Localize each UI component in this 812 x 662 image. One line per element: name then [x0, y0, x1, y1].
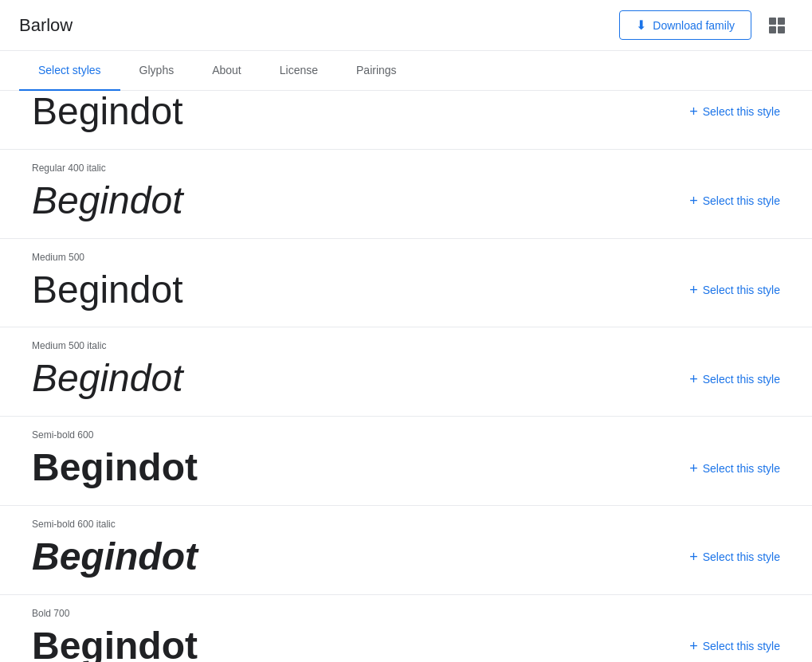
style-preview-medium-500-italic: Begindot [32, 358, 183, 400]
select-style-button-regular-400[interactable]: + Select this style [689, 101, 780, 122]
style-content: Begindot + Select this style [32, 91, 780, 133]
select-style-button-medium-500-italic[interactable]: + Select this style [689, 369, 780, 390]
style-row-semi-bold-600: Semi-bold 600 Begindot + Select this sty… [0, 417, 812, 506]
style-preview-medium-500: Begindot [32, 269, 183, 311]
style-label-semi-bold-600-italic: Semi-bold 600 italic [32, 519, 780, 530]
download-family-button[interactable]: ⬇ Download family [619, 10, 751, 40]
grid-view-button[interactable] [761, 10, 793, 41]
style-content: Begindot + Select this style [32, 180, 780, 222]
style-content: Begindot + Select this style [32, 269, 780, 311]
select-style-label: Select this style [703, 550, 780, 563]
plus-icon: + [689, 104, 698, 119]
style-label-medium-500: Medium 500 [32, 252, 780, 263]
select-style-button-medium-500[interactable]: + Select this style [689, 280, 780, 300]
select-style-button-semi-bold-600[interactable]: + Select this style [689, 458, 780, 479]
header: Barlow ⬇ Download family [0, 0, 812, 51]
select-style-button-regular-400-italic[interactable]: + Select this style [689, 190, 780, 211]
style-content: Begindot + Select this style [32, 447, 780, 489]
style-row-semi-bold-600-italic: Semi-bold 600 italic Begindot + Select t… [0, 506, 812, 595]
select-style-label: Select this style [703, 462, 780, 475]
plus-icon: + [689, 550, 698, 564]
style-row-partial: Begindot + Select this style [0, 91, 812, 150]
tab-select-styles[interactable]: Select styles [19, 51, 120, 91]
style-preview-bold-700: Begindot [32, 625, 198, 662]
download-icon: ⬇ [636, 18, 646, 33]
download-label: Download family [653, 19, 735, 32]
tab-nav: Select styles Glyphs About License Pairi… [0, 51, 812, 91]
plus-icon: + [689, 461, 698, 476]
style-preview-semi-bold-600: Begindot [32, 447, 198, 489]
grid-icon [769, 18, 785, 33]
style-row-medium-500: Medium 500 Begindot + Select this style [0, 239, 812, 328]
tab-license[interactable]: License [261, 51, 337, 91]
select-style-label: Select this style [703, 373, 780, 386]
style-preview-semi-bold-600-italic: Begindot [32, 536, 198, 578]
select-style-label: Select this style [703, 284, 780, 296]
styles-list: Begindot + Select this style Regular 400… [0, 91, 812, 662]
select-style-label: Select this style [703, 194, 780, 207]
style-content: Begindot + Select this style [32, 625, 780, 662]
select-style-label: Select this style [703, 105, 780, 118]
plus-icon: + [689, 372, 698, 386]
style-label-regular-400-italic: Regular 400 italic [32, 163, 780, 174]
style-row-regular-400-italic: Regular 400 italic Begindot + Select thi… [0, 150, 812, 239]
style-label-medium-500-italic: Medium 500 italic [32, 340, 780, 351]
tab-pairings[interactable]: Pairings [337, 51, 416, 91]
font-family-logo: Barlow [19, 15, 73, 36]
style-content: Begindot + Select this style [32, 536, 780, 578]
plus-icon: + [689, 283, 698, 297]
select-style-label: Select this style [703, 640, 780, 652]
style-label-bold-700: Bold 700 [32, 608, 780, 619]
select-style-button-bold-700[interactable]: + Select this style [689, 636, 780, 656]
style-row-medium-500-italic: Medium 500 italic Begindot + Select this… [0, 327, 812, 417]
style-preview-regular-400-italic: Begindot [32, 180, 183, 222]
header-actions: ⬇ Download family [619, 10, 793, 41]
plus-icon: + [689, 194, 698, 208]
style-row-bold-700: Bold 700 Begindot + Select this style [0, 595, 812, 662]
select-style-button-semi-bold-600-italic[interactable]: + Select this style [689, 546, 780, 567]
tab-about[interactable]: About [193, 51, 261, 91]
style-label-semi-bold-600: Semi-bold 600 [32, 429, 780, 441]
tab-glyphs[interactable]: Glyphs [120, 51, 194, 91]
style-preview-regular-400: Begindot [32, 91, 183, 133]
plus-icon: + [689, 639, 698, 653]
style-content: Begindot + Select this style [32, 358, 780, 400]
